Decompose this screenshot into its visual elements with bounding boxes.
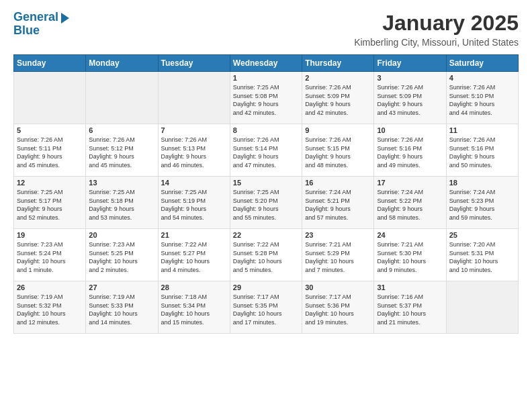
calendar-cell: 16Sunrise: 7:24 AMSunset: 5:21 PMDayligh… [302,177,374,229]
day-number: 20 [89,231,154,239]
day-number: 6 [89,126,154,134]
calendar-cell: 9Sunrise: 7:26 AMSunset: 5:15 PMDaylight… [302,124,374,177]
logo: General Blue [13,11,69,38]
calendar-cell: 21Sunrise: 7:22 AMSunset: 5:27 PMDayligh… [158,229,230,281]
day-info: Sunrise: 7:18 AMSunset: 5:34 PMDaylight:… [161,293,227,326]
calendar-cell: 22Sunrise: 7:22 AMSunset: 5:28 PMDayligh… [230,229,302,281]
day-number: 28 [161,283,227,291]
month-title: January 2025 [354,11,519,36]
day-number: 9 [305,126,371,134]
calendar-week-5: 26Sunrise: 7:19 AMSunset: 5:32 PMDayligh… [14,281,519,334]
calendar-cell: 24Sunrise: 7:21 AMSunset: 5:30 PMDayligh… [374,229,446,281]
day-info: Sunrise: 7:17 AMSunset: 5:36 PMDaylight:… [305,293,371,326]
logo-blue-text: Blue [13,24,40,38]
calendar-cell: 6Sunrise: 7:26 AMSunset: 5:12 PMDaylight… [86,124,158,177]
calendar-cell [86,72,158,124]
calendar-week-2: 5Sunrise: 7:26 AMSunset: 5:11 PMDaylight… [14,124,519,177]
day-info: Sunrise: 7:23 AMSunset: 5:24 PMDaylight:… [17,240,83,274]
header-wednesday: Wednesday [230,55,302,72]
day-info: Sunrise: 7:20 AMSunset: 5:31 PMDaylight:… [449,240,515,274]
day-info: Sunrise: 7:26 AMSunset: 5:09 PMDaylight:… [305,83,371,117]
day-number: 1 [233,74,299,82]
day-number: 7 [161,126,227,134]
calendar-week-3: 12Sunrise: 7:25 AMSunset: 5:17 PMDayligh… [14,177,519,229]
day-number: 24 [377,231,443,239]
calendar-cell: 28Sunrise: 7:18 AMSunset: 5:34 PMDayligh… [158,281,230,334]
day-info: Sunrise: 7:25 AMSunset: 5:19 PMDaylight:… [161,188,227,222]
day-info: Sunrise: 7:19 AMSunset: 5:33 PMDaylight:… [89,293,154,326]
calendar-cell: 31Sunrise: 7:16 AMSunset: 5:37 PMDayligh… [374,281,446,334]
calendar-cell: 19Sunrise: 7:23 AMSunset: 5:24 PMDayligh… [14,229,86,281]
calendar-cell: 10Sunrise: 7:26 AMSunset: 5:16 PMDayligh… [374,124,446,177]
calendar-week-4: 19Sunrise: 7:23 AMSunset: 5:24 PMDayligh… [14,229,519,281]
location-subtitle: Kimberling City, Missouri, United States [354,37,519,48]
header-saturday: Saturday [446,55,518,72]
calendar-header-row: SundayMondayTuesdayWednesdayThursdayFrid… [14,55,519,72]
calendar-table: SundayMondayTuesdayWednesdayThursdayFrid… [13,54,519,334]
calendar-cell: 5Sunrise: 7:26 AMSunset: 5:11 PMDaylight… [14,124,86,177]
day-info: Sunrise: 7:16 AMSunset: 5:37 PMDaylight:… [377,293,443,326]
day-info: Sunrise: 7:26 AMSunset: 5:14 PMDaylight:… [233,136,299,169]
calendar-cell: 13Sunrise: 7:25 AMSunset: 5:18 PMDayligh… [86,177,158,229]
day-number: 14 [161,179,227,187]
day-info: Sunrise: 7:22 AMSunset: 5:28 PMDaylight:… [233,240,299,274]
day-info: Sunrise: 7:26 AMSunset: 5:10 PMDaylight:… [449,83,515,117]
day-number: 25 [449,231,515,239]
calendar-cell: 25Sunrise: 7:20 AMSunset: 5:31 PMDayligh… [446,229,518,281]
header-thursday: Thursday [302,55,374,72]
day-info: Sunrise: 7:22 AMSunset: 5:27 PMDaylight:… [161,240,227,274]
day-number: 31 [377,283,443,291]
day-number: 4 [449,74,515,82]
day-info: Sunrise: 7:24 AMSunset: 5:21 PMDaylight:… [305,188,371,222]
calendar-cell: 17Sunrise: 7:24 AMSunset: 5:22 PMDayligh… [374,177,446,229]
day-number: 13 [89,179,154,187]
calendar-cell: 15Sunrise: 7:25 AMSunset: 5:20 PMDayligh… [230,177,302,229]
calendar-cell: 18Sunrise: 7:24 AMSunset: 5:23 PMDayligh… [446,177,518,229]
day-number: 29 [233,283,299,291]
day-number: 17 [377,179,443,187]
calendar-cell [14,72,86,124]
day-info: Sunrise: 7:26 AMSunset: 5:16 PMDaylight:… [449,136,515,169]
day-number: 3 [377,74,443,82]
day-number: 26 [17,283,83,291]
day-number: 11 [449,126,515,134]
day-info: Sunrise: 7:26 AMSunset: 5:15 PMDaylight:… [305,136,371,169]
calendar-cell: 14Sunrise: 7:25 AMSunset: 5:19 PMDayligh… [158,177,230,229]
calendar-cell: 20Sunrise: 7:23 AMSunset: 5:25 PMDayligh… [86,229,158,281]
day-info: Sunrise: 7:21 AMSunset: 5:29 PMDaylight:… [305,240,371,274]
day-info: Sunrise: 7:26 AMSunset: 5:09 PMDaylight:… [377,83,443,117]
day-info: Sunrise: 7:21 AMSunset: 5:30 PMDaylight:… [377,240,443,274]
calendar-cell: 2Sunrise: 7:26 AMSunset: 5:09 PMDaylight… [302,72,374,124]
day-info: Sunrise: 7:19 AMSunset: 5:32 PMDaylight:… [17,293,83,326]
calendar-cell: 7Sunrise: 7:26 AMSunset: 5:13 PMDaylight… [158,124,230,177]
day-number: 12 [17,179,83,187]
day-info: Sunrise: 7:26 AMSunset: 5:13 PMDaylight:… [161,136,227,169]
calendar-cell [158,72,230,124]
day-info: Sunrise: 7:25 AMSunset: 5:18 PMDaylight:… [89,188,154,222]
day-info: Sunrise: 7:23 AMSunset: 5:25 PMDaylight:… [89,240,154,274]
day-number: 30 [305,283,371,291]
calendar-week-1: 1Sunrise: 7:25 AMSunset: 5:08 PMDaylight… [14,72,519,124]
day-number: 21 [161,231,227,239]
day-info: Sunrise: 7:26 AMSunset: 5:16 PMDaylight:… [377,136,443,169]
day-number: 15 [233,179,299,187]
day-info: Sunrise: 7:17 AMSunset: 5:35 PMDaylight:… [233,293,299,326]
day-number: 10 [377,126,443,134]
day-number: 19 [17,231,83,239]
day-info: Sunrise: 7:24 AMSunset: 5:22 PMDaylight:… [377,188,443,222]
logo-arrow-icon [61,13,69,24]
calendar-cell: 26Sunrise: 7:19 AMSunset: 5:32 PMDayligh… [14,281,86,334]
calendar-cell: 30Sunrise: 7:17 AMSunset: 5:36 PMDayligh… [302,281,374,334]
day-number: 16 [305,179,371,187]
day-info: Sunrise: 7:25 AMSunset: 5:17 PMDaylight:… [17,188,83,222]
day-number: 22 [233,231,299,239]
day-number: 5 [17,126,83,134]
header-tuesday: Tuesday [158,55,230,72]
calendar-cell: 29Sunrise: 7:17 AMSunset: 5:35 PMDayligh… [230,281,302,334]
day-info: Sunrise: 7:25 AMSunset: 5:20 PMDaylight:… [233,188,299,222]
logo-text: General [13,11,58,24]
day-number: 18 [449,179,515,187]
day-info: Sunrise: 7:24 AMSunset: 5:23 PMDaylight:… [449,188,515,222]
calendar-cell: 23Sunrise: 7:21 AMSunset: 5:29 PMDayligh… [302,229,374,281]
title-section: January 2025 Kimberling City, Missouri, … [354,11,519,48]
